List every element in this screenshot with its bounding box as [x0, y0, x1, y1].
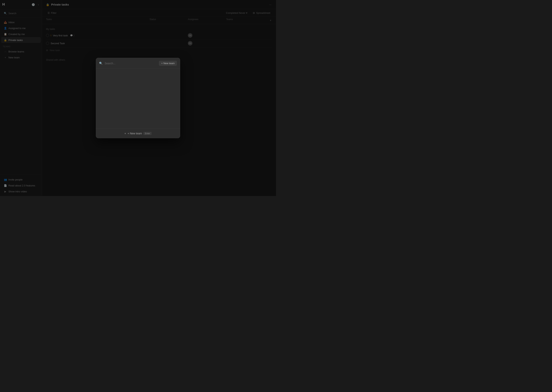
modal-footer: + + New team Enter [96, 129, 180, 138]
modal-search-input[interactable] [105, 62, 157, 65]
modal-new-team-label: + New team [161, 62, 174, 65]
app-layout: H 🕐 ‹ 🔍 Search 📥 Inbox 👤 Assigned to me [0, 0, 276, 196]
modal-body [96, 69, 180, 129]
modal-search-row: 🔍 + New team [96, 58, 180, 69]
modal-search-icon: 🔍 [99, 62, 103, 65]
enter-badge: Enter [143, 132, 152, 135]
modal-footer-new-team-action[interactable]: + + New team Enter [124, 132, 152, 135]
new-team-modal: 🔍 + New team + + New team Enter [96, 58, 180, 138]
footer-new-team-label: + New team [127, 132, 142, 135]
modal-overlay[interactable]: 🔍 + New team + + New team Enter [0, 0, 276, 196]
modal-new-team-button[interactable]: + New team [159, 61, 177, 66]
plus-icon: + [124, 132, 126, 135]
